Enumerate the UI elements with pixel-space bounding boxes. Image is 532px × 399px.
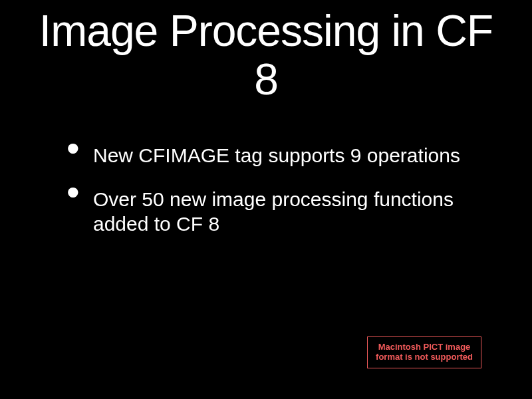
slide: Image Processing in CF 8 New CFIMAGE tag… — [0, 0, 532, 399]
slide-title: Image Processing in CF 8 — [27, 7, 505, 103]
bullet-item: New CFIMAGE tag supports 9 operations — [66, 143, 505, 168]
bullet-item: Over 50 new image processing functions a… — [66, 187, 505, 237]
bullet-list: New CFIMAGE tag supports 9 operations Ov… — [66, 143, 505, 237]
macintosh-pict-notice: Macintosh PICT image format is not suppo… — [367, 336, 481, 368]
slide-content: New CFIMAGE tag supports 9 operations Ov… — [27, 143, 505, 237]
